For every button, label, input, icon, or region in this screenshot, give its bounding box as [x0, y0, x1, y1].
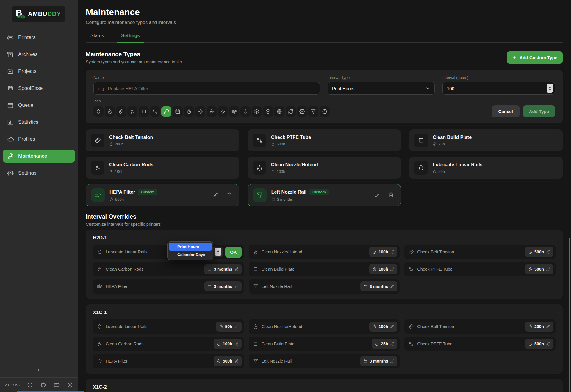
menu-item-calendar-days[interactable]: Calendar Days — [169, 251, 212, 259]
cloud-icon — [7, 136, 14, 142]
name-input[interactable] — [93, 82, 320, 95]
icon-option-wind[interactable] — [229, 106, 239, 117]
interval-badge[interactable]: 100h — [369, 264, 397, 274]
sidebar-collapse-button[interactable] — [36, 367, 42, 373]
tab-status[interactable]: Status — [90, 33, 104, 42]
sidebar-spacer — [0, 184, 78, 367]
icon-option-ruler[interactable] — [116, 106, 126, 117]
icon-option-box[interactable] — [263, 106, 273, 117]
icon-option-cable[interactable] — [150, 106, 160, 117]
info-icon — [27, 382, 33, 388]
icon-option-circle-dot[interactable] — [320, 106, 330, 117]
type-card-hepa-filter[interactable]: HEPA FilterCustom500h — [86, 184, 239, 206]
icon-option-layers[interactable] — [252, 106, 262, 117]
ok-button[interactable]: OK — [225, 247, 242, 258]
calendar-icon — [207, 267, 212, 271]
cancel-button[interactable]: Cancel — [492, 105, 520, 117]
types-section-head: Maintenance Types System types and your … — [86, 51, 563, 64]
add-custom-type-button[interactable]: Add Custom Type — [507, 51, 563, 64]
interval-badge[interactable]: 3 months — [204, 281, 241, 291]
pencil-icon — [390, 324, 394, 329]
sidebar-item-settings[interactable]: Settings — [3, 167, 75, 180]
interval-badge[interactable]: 3 months — [360, 356, 397, 366]
sidebar-item-profiles[interactable]: Profiles — [3, 133, 75, 146]
number-stepper[interactable] — [215, 248, 221, 256]
pencil-icon — [375, 192, 380, 198]
type-card-lubricate-linear-rails[interactable]: Lubricate Linear Rails50h — [409, 157, 563, 179]
tab-bar: StatusSettings — [86, 33, 563, 43]
sidebar-item-maintenance[interactable]: Maintenance — [3, 150, 75, 163]
type-icon-tile — [253, 134, 266, 147]
interval-badge[interactable]: 200h — [525, 322, 553, 332]
interval-badge[interactable]: 3 months — [204, 264, 241, 274]
icon-option-droplet[interactable] — [93, 106, 104, 117]
card-actions — [375, 192, 395, 198]
menu-item-print-hours[interactable]: Print Hours — [169, 243, 212, 251]
interval-badge[interactable]: 50h — [216, 322, 242, 332]
interval-badge[interactable]: 100h — [214, 339, 242, 349]
icon-option-funnel[interactable] — [308, 106, 318, 117]
interval-badge[interactable]: 100h — [369, 322, 397, 332]
sidebar-item-statistics[interactable]: Statistics — [3, 116, 75, 129]
sidebar-item-label: Queue — [18, 102, 33, 108]
type-card-clean-carbon-rods[interactable]: Clean Carbon Rods100h — [86, 157, 239, 179]
icon-option-timer[interactable] — [184, 106, 194, 117]
pencil-icon — [234, 324, 239, 329]
icon-option-gear[interactable] — [297, 106, 307, 117]
icon-option-thermometer[interactable] — [240, 106, 251, 117]
timer-icon — [528, 324, 532, 329]
overrides-section-title: Interval Overrides — [86, 213, 563, 220]
override-row-label: Check PTFE Tube — [417, 267, 452, 272]
scrollbar-thumb[interactable] — [569, 238, 570, 392]
type-card-clean-build-plate[interactable]: Clean Build Plate25h — [409, 129, 563, 151]
icon-option-target[interactable] — [274, 106, 284, 117]
sidebar-item-printers[interactable]: Printers — [3, 31, 75, 44]
type-card-left-nozzle-rail[interactable]: Left Nozzle RailCustom3 months — [248, 184, 401, 206]
type-card-check-ptfe-tube[interactable]: Check PTFE Tube500h — [248, 129, 401, 151]
interval-badge[interactable]: 3 months — [360, 281, 397, 291]
interval-hours-input[interactable]: 100 — [442, 82, 555, 95]
icon-option-refresh[interactable] — [286, 106, 296, 117]
icon-option-calendar[interactable] — [173, 106, 183, 117]
add-type-submit-button[interactable]: Add Type — [523, 105, 555, 117]
type-card-clean-nozzle-hotend[interactable]: Clean Nozzle/Hotend100h — [248, 157, 401, 179]
funnel-icon — [253, 358, 258, 364]
interval-badge[interactable]: 500h — [525, 264, 553, 274]
override-row-lubricate-linear-rails: Lubricate Linear Rails90OKPrint HoursCal… — [93, 245, 244, 259]
overrides-section-head: Interval Overrides Customize intervals f… — [86, 213, 563, 227]
interval-badge[interactable]: 500h — [525, 247, 553, 257]
custom-badge: Custom — [309, 189, 329, 195]
icon-option-zap[interactable] — [218, 106, 228, 117]
icon-option-flame[interactable] — [105, 106, 115, 117]
interval-badge[interactable]: 500h — [525, 339, 553, 349]
sidebar-item-archives[interactable]: Archives — [3, 48, 75, 61]
delete-type-button[interactable] — [227, 192, 232, 198]
icon-label: Icon — [93, 99, 555, 103]
footer-keyboard-button[interactable] — [54, 382, 60, 388]
interval-badge[interactable]: 100h — [369, 247, 397, 257]
interval-badge[interactable]: 25h — [372, 339, 397, 349]
interval-badge[interactable]: 500h — [214, 356, 242, 366]
tab-settings[interactable]: Settings — [121, 33, 140, 42]
icon-option-square[interactable] — [139, 106, 149, 117]
icon-option-cog[interactable] — [195, 106, 205, 117]
interval-type-select[interactable]: Print Hours — [328, 82, 435, 95]
footer-sun-button[interactable] — [67, 382, 73, 388]
cable-icon — [409, 266, 414, 272]
edit-type-button[interactable] — [213, 192, 218, 198]
delete-type-button[interactable] — [388, 192, 394, 198]
footer-github-button[interactable] — [40, 382, 46, 388]
sidebar-item-projects[interactable]: Projects — [3, 65, 75, 78]
icon-option-fan[interactable] — [207, 106, 217, 117]
footer-info-button[interactable] — [27, 382, 33, 388]
number-stepper[interactable] — [547, 84, 553, 93]
type-card-check-belt-tension[interactable]: Check Belt Tension200h — [86, 129, 239, 151]
icon-option-wrench[interactable] — [161, 106, 171, 117]
sidebar-item-spoolease[interactable]: SpoolEase — [3, 82, 75, 95]
app-logo[interactable]: B AMBUDDY — [12, 6, 65, 22]
sidebar-item-queue[interactable]: Queue — [3, 99, 75, 112]
pencil-icon — [213, 192, 218, 198]
printer-icon — [7, 34, 14, 41]
edit-type-button[interactable] — [375, 192, 380, 198]
icon-option-sparkles[interactable] — [127, 106, 137, 117]
